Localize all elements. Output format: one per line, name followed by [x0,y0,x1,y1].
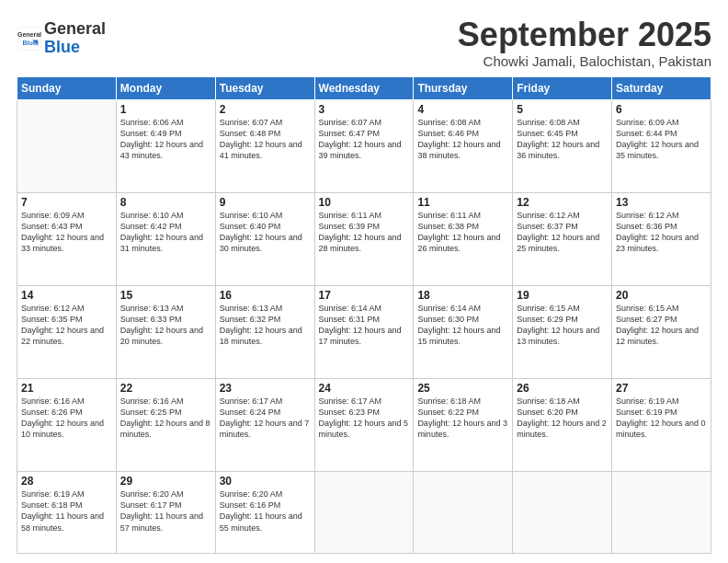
day-cell: 5Sunrise: 6:08 AMSunset: 6:45 PMDaylight… [513,99,612,192]
day-cell [513,472,612,554]
day-info: Sunrise: 6:20 AMSunset: 6:17 PMDaylight:… [120,488,211,534]
day-cell [612,472,711,554]
day-number: 7 [21,196,112,209]
day-number: 18 [417,289,508,302]
day-number: 1 [120,103,211,116]
day-cell: 27Sunrise: 6:19 AMSunset: 6:19 PMDayligh… [612,379,711,472]
day-number: 5 [517,103,608,116]
day-cell: 6Sunrise: 6:09 AMSunset: 6:44 PMDaylight… [612,99,711,192]
day-info: Sunrise: 6:16 AMSunset: 6:26 PMDaylight:… [21,396,112,441]
day-number: 13 [616,196,707,209]
day-cell: 13Sunrise: 6:12 AMSunset: 6:36 PMDayligh… [612,192,711,285]
day-number: 11 [417,196,508,209]
col-thursday: Thursday [414,76,513,99]
day-info: Sunrise: 6:13 AMSunset: 6:33 PMDaylight:… [120,303,211,348]
day-cell: 20Sunrise: 6:15 AMSunset: 6:27 PMDayligh… [612,285,711,378]
day-number: 3 [319,103,410,116]
day-number: 6 [616,103,707,116]
day-info: Sunrise: 6:07 AMSunset: 6:47 PMDaylight:… [319,117,410,162]
svg-text:Blue: Blue [22,40,36,46]
day-cell: 12Sunrise: 6:12 AMSunset: 6:37 PMDayligh… [513,192,612,285]
day-info: Sunrise: 6:11 AMSunset: 6:38 PMDaylight:… [417,210,508,255]
day-number: 21 [21,382,112,395]
day-info: Sunrise: 6:20 AMSunset: 6:16 PMDaylight:… [220,488,311,534]
svg-text:General: General [17,31,41,38]
day-cell: 29Sunrise: 6:20 AMSunset: 6:17 PMDayligh… [116,472,215,554]
col-friday: Friday [513,76,612,99]
day-cell [314,472,414,554]
day-number: 2 [220,103,311,116]
day-number: 19 [517,289,608,302]
logo-line2: Blue [44,39,106,57]
day-info: Sunrise: 6:13 AMSunset: 6:32 PMDaylight:… [220,303,311,348]
day-cell: 30Sunrise: 6:20 AMSunset: 6:16 PMDayligh… [215,472,314,554]
col-tuesday: Tuesday [215,76,314,99]
day-info: Sunrise: 6:15 AMSunset: 6:27 PMDaylight:… [616,303,707,348]
col-saturday: Saturday [612,76,711,99]
day-info: Sunrise: 6:08 AMSunset: 6:45 PMDaylight:… [517,117,608,162]
day-cell: 4Sunrise: 6:08 AMSunset: 6:46 PMDaylight… [414,99,513,192]
week-row-1: 7Sunrise: 6:09 AMSunset: 6:43 PMDaylight… [17,192,711,285]
day-number: 14 [21,289,112,302]
day-cell: 21Sunrise: 6:16 AMSunset: 6:26 PMDayligh… [17,379,117,472]
calendar-table: Sunday Monday Tuesday Wednesday Thursday… [17,76,711,554]
day-cell: 17Sunrise: 6:14 AMSunset: 6:31 PMDayligh… [314,285,414,378]
day-info: Sunrise: 6:07 AMSunset: 6:48 PMDaylight:… [220,117,311,162]
day-info: Sunrise: 6:17 AMSunset: 6:23 PMDaylight:… [319,396,410,441]
week-row-0: 1Sunrise: 6:06 AMSunset: 6:49 PMDaylight… [17,99,711,192]
day-number: 23 [220,382,311,395]
day-info: Sunrise: 6:12 AMSunset: 6:36 PMDaylight:… [616,210,707,255]
day-info: Sunrise: 6:18 AMSunset: 6:20 PMDaylight:… [517,396,608,441]
title-block: September 2025 Chowki Jamali, Balochista… [458,17,711,69]
day-number: 29 [120,475,211,488]
day-info: Sunrise: 6:19 AMSunset: 6:18 PMDaylight:… [21,488,112,534]
calendar-header-row: Sunday Monday Tuesday Wednesday Thursday… [17,76,711,99]
day-number: 30 [220,475,311,488]
day-number: 20 [616,289,707,302]
day-info: Sunrise: 6:12 AMSunset: 6:35 PMDaylight:… [21,303,112,348]
day-cell: 22Sunrise: 6:16 AMSunset: 6:25 PMDayligh… [116,379,215,472]
logo: General Blue General Blue [17,20,106,57]
day-cell: 1Sunrise: 6:06 AMSunset: 6:49 PMDaylight… [116,99,215,192]
day-info: Sunrise: 6:09 AMSunset: 6:43 PMDaylight:… [21,210,112,255]
day-number: 26 [517,382,608,395]
day-number: 10 [319,196,410,209]
day-number: 15 [120,289,211,302]
day-number: 25 [417,382,508,395]
day-info: Sunrise: 6:14 AMSunset: 6:31 PMDaylight:… [319,303,410,348]
day-info: Sunrise: 6:10 AMSunset: 6:40 PMDaylight:… [220,210,311,255]
day-number: 8 [120,196,211,209]
day-info: Sunrise: 6:08 AMSunset: 6:46 PMDaylight:… [417,117,508,162]
week-row-3: 21Sunrise: 6:16 AMSunset: 6:26 PMDayligh… [17,379,711,472]
day-number: 22 [120,382,211,395]
day-number: 17 [319,289,410,302]
day-number: 28 [21,475,112,488]
day-cell: 3Sunrise: 6:07 AMSunset: 6:47 PMDaylight… [314,99,414,192]
day-number: 12 [517,196,608,209]
day-number: 27 [616,382,707,395]
day-cell [17,99,117,192]
month-title: September 2025 [458,17,711,53]
day-cell: 28Sunrise: 6:19 AMSunset: 6:18 PMDayligh… [17,472,117,554]
page: General Blue General Blue September 2025… [0,0,728,563]
col-wednesday: Wednesday [314,76,414,99]
day-info: Sunrise: 6:10 AMSunset: 6:42 PMDaylight:… [120,210,211,255]
logo-line1: General [44,20,106,39]
week-row-2: 14Sunrise: 6:12 AMSunset: 6:35 PMDayligh… [17,285,711,378]
day-cell: 10Sunrise: 6:11 AMSunset: 6:39 PMDayligh… [314,192,414,285]
logo-icon: General Blue [17,26,42,52]
col-monday: Monday [116,76,215,99]
day-info: Sunrise: 6:19 AMSunset: 6:19 PMDaylight:… [616,396,707,441]
day-cell: 25Sunrise: 6:18 AMSunset: 6:22 PMDayligh… [414,379,513,472]
day-number: 24 [319,382,410,395]
day-cell: 14Sunrise: 6:12 AMSunset: 6:35 PMDayligh… [17,285,117,378]
day-cell: 9Sunrise: 6:10 AMSunset: 6:40 PMDaylight… [215,192,314,285]
day-cell: 23Sunrise: 6:17 AMSunset: 6:24 PMDayligh… [215,379,314,472]
day-cell: 8Sunrise: 6:10 AMSunset: 6:42 PMDaylight… [116,192,215,285]
day-cell: 18Sunrise: 6:14 AMSunset: 6:30 PMDayligh… [414,285,513,378]
day-cell: 16Sunrise: 6:13 AMSunset: 6:32 PMDayligh… [215,285,314,378]
svg-rect-0 [18,27,41,50]
day-cell: 24Sunrise: 6:17 AMSunset: 6:23 PMDayligh… [314,379,414,472]
day-number: 9 [220,196,311,209]
day-info: Sunrise: 6:11 AMSunset: 6:39 PMDaylight:… [319,210,410,255]
